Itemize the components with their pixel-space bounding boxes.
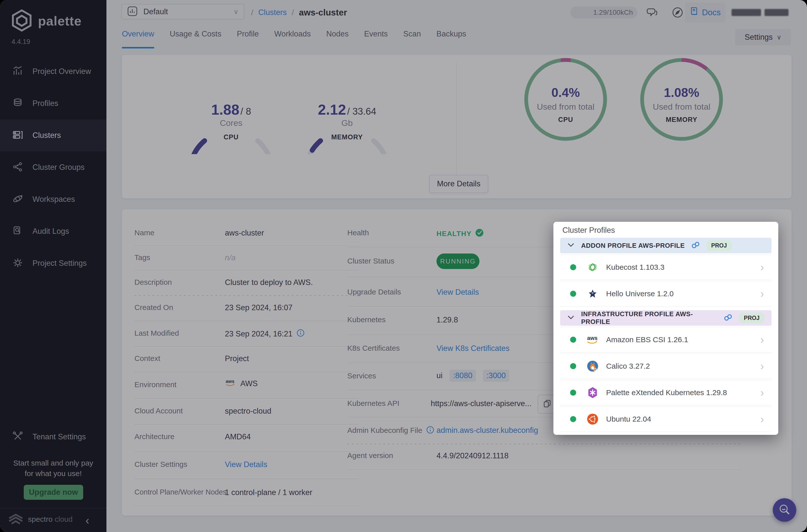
more-details-button[interactable]: More Details [429,175,488,193]
profile-item-hello-universe[interactable]: Hello Universe 1.2.0 › [560,281,771,306]
row-divider [347,469,741,470]
context-value: Project [225,354,249,363]
detail-label: Architecture [134,432,174,441]
sidebar-item-tenant-settings[interactable]: Tenant Settings [0,421,107,453]
detail-label: Health [347,229,369,237]
upgrade-details-link[interactable]: View Details [436,288,479,297]
memory-ring-value: 1.08% [637,86,727,100]
project-scope-icon [127,6,137,17]
layers-icon [12,97,23,110]
cluster-settings-link[interactable]: View Details [225,460,267,469]
sidebar-item-cluster-groups[interactable]: Cluster Groups [0,151,107,183]
service-port-link[interactable]: :3000 [483,370,509,382]
compass-icon[interactable] [672,6,683,19]
settings-button[interactable]: Settings ∨ [735,29,791,45]
addon-profile-header[interactable]: ADDON PROFILE AWS-PROFILE PROJ [560,238,771,253]
detail-label: Last Modified [134,329,179,338]
sidebar-item-workspaces[interactable]: Workspaces [0,183,107,215]
row-divider [134,321,359,321]
profile-item-palette-extended-kubernetes[interactable]: Palette eXtended Kubernetes 1.29.8 › [560,380,771,405]
detail-label: Services [347,372,376,380]
row-divider [134,451,359,452]
detail-label: Environment [134,380,176,389]
docs-link[interactable]: Docs [685,2,726,22]
hello-universe-icon [586,288,599,299]
tab-profile[interactable]: Profile [237,30,259,47]
sidebar-item-label: Clusters [33,131,61,140]
info-icon[interactable] [426,426,434,435]
cpu-ring-value: 0.4% [521,86,611,100]
kubernetes-api-value: https://aws-cluster-apiserve... [431,399,531,408]
detail-label: Kubernetes API [347,399,399,407]
collapse-sidebar-icon[interactable]: ‹ [86,514,89,527]
aws-logo-icon: aws [225,379,236,388]
svg-text:aws: aws [587,335,597,341]
upgrade-now-button[interactable]: Upgrade now [24,485,83,500]
search-fab-button[interactable] [773,498,796,522]
sidebar-item-label: Tenant Settings [33,432,86,441]
profile-item-kubecost[interactable]: Kubecost 1.103.3 › [560,255,771,280]
health-status: HEALTHY [436,229,484,239]
svg-text:aws: aws [226,379,234,384]
project-scope-badge: PROJ [706,240,732,251]
profile-item-ubuntu[interactable]: Ubuntu 22.04 › [560,406,771,432]
tab-scan[interactable]: Scan [403,30,421,47]
sidebar-item-audit-logs[interactable]: Audit Logs [0,215,107,247]
link-icon [691,241,700,250]
cluster-status-pill[interactable]: RUNNING [436,253,480,269]
cpu-gauge-label: CPU [186,133,276,141]
cluster-name-value: aws-cluster [225,229,264,238]
profile-item-amazon-ebs-csi[interactable]: aws Amazon EBS CSI 1.26.1 › [560,327,771,352]
network-icon [12,161,23,174]
sidebar-footer-divider [0,508,107,509]
sidebar: palette 4.4.19 Project Overview Profiles… [0,0,107,532]
sidebar-item-label: Project Overview [33,67,91,76]
detail-label: Cloud Account [134,406,183,415]
sidebar-item-profiles[interactable]: Profiles [0,88,107,119]
breadcrumb-clusters-link[interactable]: Clusters [258,8,287,17]
tags-value: n/a [225,253,236,262]
kubernetes-version-value: 1.29.8 [436,316,458,324]
sidebar-item-project-overview[interactable]: Project Overview [0,55,107,88]
tab-nodes[interactable]: Nodes [326,30,349,47]
info-icon[interactable] [297,329,304,339]
k8s-certificates-link[interactable]: View K8s Certificates [436,344,509,353]
brand-text: spectro cloud [28,515,73,524]
tab-events[interactable]: Events [364,30,388,47]
description-value: Cluster to deploy to AWS. [225,278,313,287]
last-modified-value: 23 Sep 2024, 16:21 [225,329,304,339]
tab-overview[interactable]: Overview [122,30,154,49]
detail-label: Kubernetes [347,316,386,324]
cloud-account-value: spectro-cloud [225,406,271,416]
panel-title: Cluster Profiles [562,226,615,235]
palette-logo-icon [11,9,33,33]
detail-label: K8s Certificates [347,344,400,353]
project-selector[interactable]: Default ∨ [121,4,244,19]
sidebar-item-project-settings[interactable]: Project Settings [0,247,107,279]
cpu-gauge-unit: Cores [186,118,276,128]
cpu-ring-caption: Used from total [521,102,611,112]
detail-label: Upgrade Details [347,288,401,296]
book-icon [690,6,698,18]
status-dot [570,264,576,270]
admin-kubeconfig-link[interactable]: admin.aws-cluster.kubeconfig [436,426,538,435]
chat-icon[interactable] [646,6,658,19]
infrastructure-profile-header[interactable]: INFRASTRUCTURE PROFILE AWS-PROFILE PROJ [560,310,771,326]
magnifier-smile-icon [778,503,791,517]
service-port-link[interactable]: :8080 [449,370,476,382]
sidebar-item-clusters[interactable]: Clusters [0,119,107,151]
tab-backups[interactable]: Backups [436,30,466,47]
detail-label: Agent version [347,451,393,460]
tab-usage-costs[interactable]: Usage & Costs [170,30,221,47]
memory-ring-label: MEMORY [637,116,727,124]
detail-label: Cluster Settings [134,460,187,469]
profile-item-calico[interactable]: Calico 3.27.2 › [560,354,771,379]
ubuntu-icon [586,413,599,425]
aws-logo-icon: aws [586,335,599,344]
project-selector-value: Default [144,7,228,16]
sidebar-item-label: Workspaces [33,195,75,204]
sidebar-item-label: Profiles [33,99,58,108]
row-divider-dotted [134,295,359,296]
calico-icon [586,360,599,372]
tab-workloads[interactable]: Workloads [274,30,311,47]
